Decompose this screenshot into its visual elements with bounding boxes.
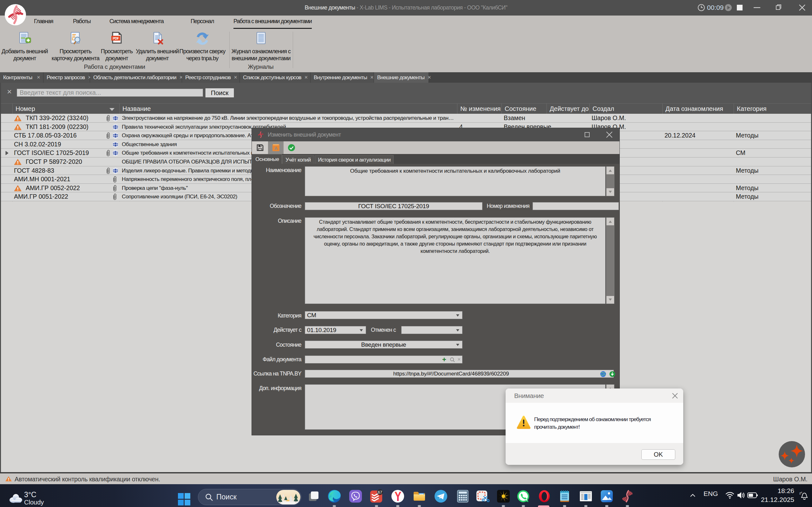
- svg-text:z: z: [801, 491, 802, 494]
- svg-text:PDF: PDF: [113, 37, 119, 40]
- svg-text:A: A: [274, 146, 278, 151]
- svg-text:67: 67: [378, 490, 382, 495]
